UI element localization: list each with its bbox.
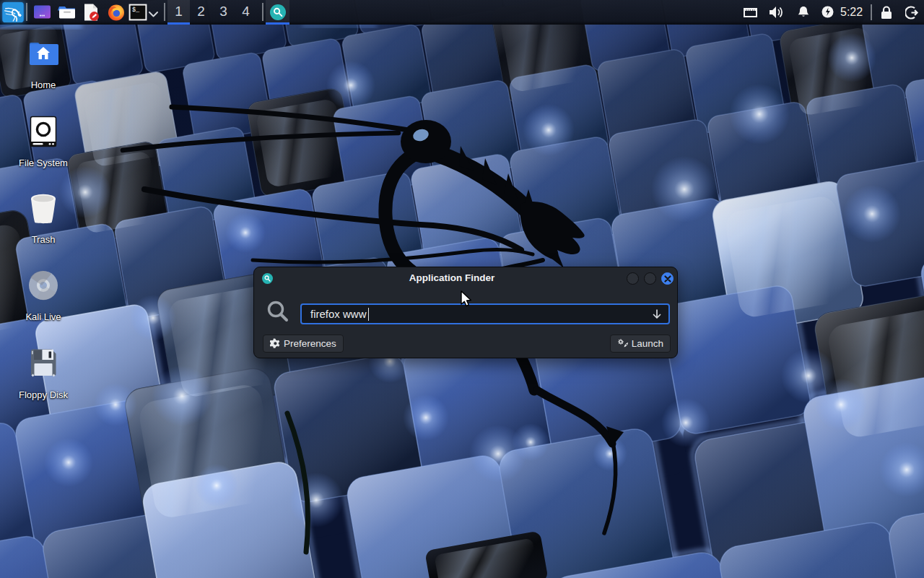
svg-text:$_: $_ — [132, 7, 140, 14]
